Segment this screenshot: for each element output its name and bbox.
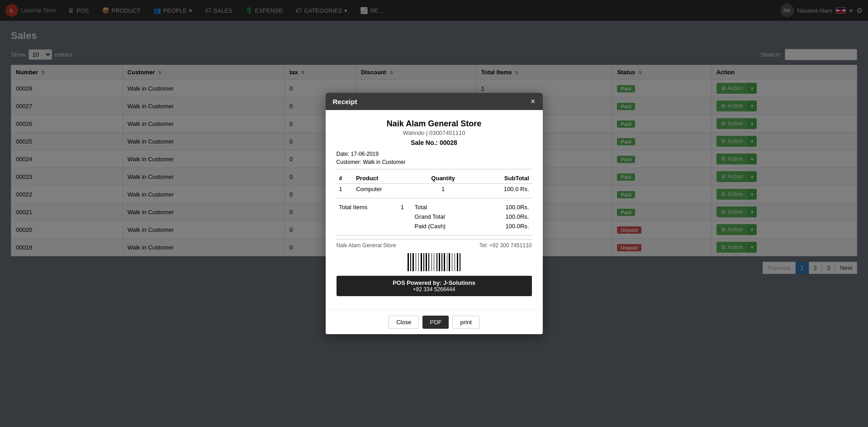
receipt-item-num: 1 [337, 184, 354, 195]
barcode-bar [428, 253, 429, 271]
barcode-bar [452, 253, 452, 271]
receipt-total-value: 100.0Rs. [479, 203, 531, 211]
receipt-col-qty: Quantity [414, 173, 472, 184]
pdf-button[interactable]: PDF [422, 316, 449, 329]
barcode-bar [457, 253, 458, 271]
receipt-grand-total-label: Grand Total [413, 212, 479, 221]
modal-body: Naik Alam General Store Wahndo | 0300745… [326, 110, 543, 310]
barcode-bar [439, 253, 440, 271]
barcode-bar [422, 253, 423, 271]
barcode-bar [417, 253, 418, 271]
barcode-bar [446, 253, 446, 271]
powered-by-phone: +92 334 5266444 [340, 286, 528, 293]
receipt-paid-label: Paid (Cash) [413, 222, 479, 230]
receipt-items-table: # Product Quantity SubTotal 1 Computer 1… [337, 173, 532, 194]
receipt-totals: Total Items 1 Total 100.0Rs. Grand Total… [337, 202, 532, 231]
receipt-item-row: 1 Computer 1 100.0 Rs. [337, 184, 532, 195]
receipt-item-subtotal: 100.0 Rs. [472, 184, 531, 195]
barcode-bar [409, 253, 410, 271]
receipt-date: Date: 17-06-2019 [337, 151, 532, 157]
receipt-item-qty: 1 [414, 184, 472, 195]
close-button[interactable]: Close [389, 316, 419, 329]
modal-header: Receipt × [326, 93, 543, 110]
receipt-footer: Naik Alam General Store Tel: +92 300 745… [337, 239, 532, 249]
barcode-bar [435, 253, 436, 271]
receipt-sale-no: Sale No.: 00028 [337, 139, 532, 146]
modal-footer: Close PDF print [326, 310, 543, 334]
barcode-bar [434, 253, 434, 271]
footer-tel: Tel: +92 300 7451110 [479, 242, 532, 249]
receipt-total-items-value: 1 [399, 203, 412, 211]
receipt-paid-value: 100.0Rs. [479, 222, 531, 230]
receipt-customer: Customer: Walk in Customer [337, 159, 532, 165]
barcode-bar [419, 253, 420, 271]
barcode-bar [416, 253, 416, 271]
barcode-bar [447, 253, 447, 271]
barcode-bar [444, 253, 445, 271]
barcode-bar [408, 253, 409, 271]
receipt-col-product: Product [353, 173, 414, 184]
powered-by-text: POS Powered by: J-Solutions [340, 279, 528, 286]
receipt-modal: Receipt × Naik Alam General Store Wahndo… [326, 93, 543, 334]
footer-store-name: Naik Alam General Store [337, 242, 396, 249]
receipt-col-subtotal: SubTotal [472, 173, 531, 184]
receipt-total-label: Total [413, 203, 479, 211]
receipt-store-name: Naik Alam General Store [337, 119, 532, 129]
print-button[interactable]: print [452, 316, 479, 329]
receipt-col-num: # [337, 173, 354, 184]
modal-close-x[interactable]: × [531, 97, 536, 106]
barcode-bar [460, 253, 460, 271]
barcode-bar [443, 253, 443, 271]
barcode-bar [432, 253, 433, 271]
barcode-bar [455, 253, 456, 271]
barcode-bar [436, 253, 437, 271]
barcode-bar [455, 253, 455, 271]
receipt-item-product: Computer [353, 184, 414, 195]
barcode-bar [441, 253, 441, 271]
modal-overlay[interactable]: Receipt × Naik Alam General Store Wahndo… [0, 0, 868, 427]
barcode-bar [451, 253, 451, 271]
barcode-bar [438, 253, 438, 271]
barcode-bar [441, 253, 442, 271]
barcode-bar [426, 253, 427, 271]
receipt-store-info: Wahndo | 03007451110 [337, 130, 532, 136]
barcode-bar [432, 253, 432, 271]
barcode-bar [453, 253, 454, 271]
barcode-bar [418, 253, 419, 271]
barcode-bar [421, 253, 422, 271]
powered-by-box: POS Powered by: J-Solutions +92 334 5266… [337, 276, 532, 296]
barcode-bar [459, 253, 459, 271]
barcode-bar [413, 253, 414, 271]
barcode-bar [430, 253, 431, 271]
barcode-bar [423, 253, 424, 271]
barcode-bar [410, 253, 411, 271]
receipt-grand-total-value: 100.0Rs. [479, 212, 531, 221]
barcode-bar [414, 253, 415, 271]
barcode-bar [427, 253, 428, 271]
barcode-bar [449, 253, 450, 271]
barcode [384, 253, 484, 271]
barcode-bar [448, 253, 448, 271]
barcode-bar [425, 253, 425, 271]
modal-title: Receipt [333, 98, 357, 106]
barcode-bar [412, 253, 412, 271]
receipt-total-items-label: Total Items [337, 203, 398, 211]
